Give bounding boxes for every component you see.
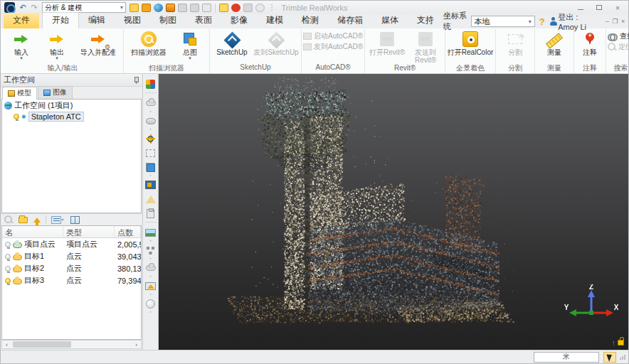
- measure-quick-icon[interactable]: [219, 4, 228, 12]
- chevron-right-icon[interactable]: ›: [150, 257, 152, 260]
- minimize-button[interactable]: [571, 2, 590, 13]
- help-icon[interactable]: ?: [539, 16, 545, 27]
- find-icon: [608, 33, 618, 39]
- doc-close-button[interactable]: ×: [619, 18, 627, 25]
- layers-button[interactable]: [144, 161, 157, 173]
- import-register-button[interactable]: ⚙ 导入并配准: [75, 29, 122, 63]
- tree-root[interactable]: 工作空间 (1项目): [2, 100, 141, 111]
- doc-minimize-button[interactable]: –: [603, 18, 611, 25]
- chevron-right-icon[interactable]: ›: [150, 239, 152, 242]
- app-logo-icon[interactable]: [4, 2, 15, 13]
- quick-access-more-icon[interactable]: ⋮: [266, 2, 278, 13]
- group-autocad: 启动AutoCAD® 发到AutoCAD® AutoCAD®: [302, 29, 365, 73]
- open-revit-button: BIM 打开Revit®: [366, 29, 408, 64]
- list-properties-button[interactable]: [69, 215, 80, 225]
- display-settings-button[interactable]: [144, 77, 157, 90]
- tab-drawing[interactable]: 制图: [150, 13, 186, 28]
- tab-edit[interactable]: 编辑: [79, 13, 115, 28]
- column-name[interactable]: 名: [2, 226, 63, 237]
- tab-imaging[interactable]: 影像: [221, 13, 257, 28]
- tab-images[interactable]: 图像: [38, 86, 73, 99]
- import-register-arrow-icon: [91, 35, 105, 44]
- tab-media[interactable]: 媒体: [372, 13, 408, 28]
- maximize-button[interactable]: [590, 2, 608, 13]
- save-as-icon[interactable]: [190, 4, 199, 12]
- document-icon[interactable]: [202, 4, 211, 12]
- undo-button[interactable]: ↶: [17, 2, 28, 13]
- annotation-button[interactable]: 注释: [576, 29, 604, 63]
- web-icon[interactable]: [154, 4, 163, 12]
- visibility-bulb-icon[interactable]: [5, 242, 11, 247]
- list-row[interactable]: 目标3 点云 79,394,4: [2, 274, 141, 287]
- chevron-right-icon[interactable]: ›: [150, 109, 152, 113]
- column-points[interactable]: 点数: [115, 226, 141, 237]
- tab-support[interactable]: 支持: [408, 13, 443, 28]
- display-mode-button[interactable]: [144, 178, 157, 191]
- logout-link[interactable]: 登出 : Amoy Li: [558, 12, 598, 31]
- scroll-left-arrow[interactable]: ‹: [2, 341, 11, 348]
- list-row[interactable]: 目标2 点云 380,132: [2, 262, 141, 274]
- chevron-down-icon: ▾: [529, 18, 532, 25]
- list-folder-button[interactable]: [17, 215, 28, 225]
- doc-restore-button[interactable]: ❐: [611, 18, 619, 25]
- tab-modeling[interactable]: 建模: [257, 13, 292, 28]
- tab-file[interactable]: 文件: [4, 13, 39, 28]
- close-button[interactable]: ×: [608, 2, 627, 13]
- chevron-right-icon[interactable]: ›: [150, 310, 152, 314]
- realcolor-icon[interactable]: [166, 4, 175, 12]
- nav-arrow-icon[interactable]: ↑: [612, 338, 616, 347]
- pin-icon[interactable]: [132, 77, 139, 84]
- visibility-bulb-icon[interactable]: [5, 266, 11, 272]
- list-row[interactable]: 目标1 点云 39,043,8: [2, 250, 141, 262]
- station-map-button[interactable]: 总图 ▾: [172, 29, 208, 63]
- unit-select[interactable]: 米: [534, 352, 599, 363]
- open-project-icon[interactable]: [130, 4, 139, 12]
- column-type[interactable]: 类型: [63, 226, 115, 237]
- status-bar: 米: [1, 350, 628, 363]
- scrollbar-thumb[interactable]: [13, 341, 71, 348]
- sketchup-button[interactable]: SketchUp: [211, 29, 253, 63]
- cloud-view-button[interactable]: [144, 262, 157, 274]
- list-row[interactable]: 项目点云 项目点云 2,005,59: [2, 238, 141, 250]
- open-realcolor-button[interactable]: 打开RealColor: [447, 29, 494, 63]
- panorama-button[interactable]: [144, 279, 157, 292]
- background-image-button[interactable]: [144, 226, 157, 239]
- scan-explorer-button[interactable]: 扫描浏览器: [125, 29, 172, 63]
- cursor-mode-button[interactable]: [603, 352, 616, 363]
- tab-home[interactable]: 开始: [42, 12, 79, 28]
- chevron-right-icon[interactable]: ›: [150, 127, 152, 131]
- axis-jack-button[interactable]: [144, 132, 157, 145]
- point-cloud-render[interactable]: [159, 74, 628, 350]
- list-view-mode-button[interactable]: ▾: [49, 215, 66, 225]
- graph-button[interactable]: [144, 244, 157, 257]
- scan-explorer-icon[interactable]: [142, 4, 151, 12]
- horizontal-scrollbar[interactable]: ‹ ›: [1, 340, 142, 349]
- chevron-right-icon[interactable]: ›: [150, 292, 152, 296]
- group-search: 查找 定位 搜索: [606, 29, 629, 73]
- visibility-bulb-icon[interactable]: [14, 114, 19, 119]
- tab-models[interactable]: 模型: [2, 87, 37, 100]
- scroll-right-arrow[interactable]: ›: [132, 341, 141, 348]
- chevron-down-icon: ▾: [56, 56, 58, 60]
- tab-inspection[interactable]: 检测: [292, 13, 328, 28]
- chevron-right-icon[interactable]: ›: [150, 274, 152, 278]
- chevron-right-icon[interactable]: ›: [150, 173, 152, 177]
- find-button[interactable]: 查找: [608, 31, 629, 41]
- tree-item-project[interactable]: ✱ Stapleton ATC: [2, 111, 141, 122]
- measure-button[interactable]: 测量: [536, 29, 572, 63]
- tab-view[interactable]: 视图: [115, 13, 150, 28]
- visibility-bulb-icon[interactable]: [5, 254, 11, 259]
- tab-surface[interactable]: 表面: [186, 13, 221, 28]
- autocad-icon: [303, 43, 312, 50]
- mode-selector[interactable]: 分析 & 建模 ▾: [42, 2, 126, 13]
- export-button[interactable]: 输出 ▾: [39, 29, 75, 63]
- visibility-bulb-icon[interactable]: [5, 278, 11, 284]
- tab-storage[interactable]: 储存箱: [328, 13, 372, 28]
- coordinate-system-select[interactable]: 本地 ▾: [471, 16, 535, 27]
- lock-icon[interactable]: [618, 340, 624, 346]
- 3d-viewport[interactable]: Z Y X ↑: [159, 74, 628, 350]
- list-up-button[interactable]: [31, 215, 43, 225]
- import-button[interactable]: 输入 ▾: [4, 29, 39, 63]
- sphere-view-button[interactable]: [144, 297, 157, 310]
- annotation-quick-icon[interactable]: [231, 4, 240, 12]
